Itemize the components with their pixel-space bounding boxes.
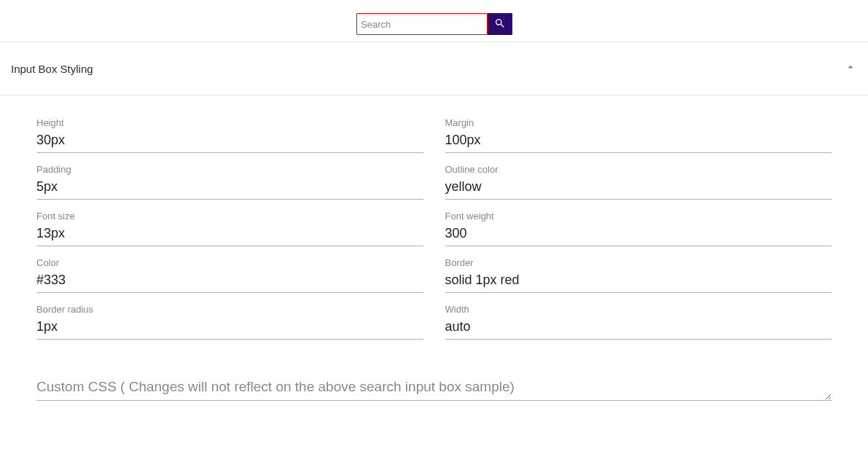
height-label: Height bbox=[36, 117, 423, 128]
top-bar bbox=[0, 0, 868, 42]
panel-title: Input Box Styling bbox=[11, 63, 93, 75]
width-input[interactable] bbox=[445, 316, 832, 340]
color-label: Color bbox=[36, 257, 423, 268]
border-label: Border bbox=[445, 257, 832, 268]
outline-color-label: Outline color bbox=[445, 164, 832, 175]
padding-label: Padding bbox=[36, 164, 423, 175]
margin-label: Margin bbox=[445, 117, 832, 128]
custom-css-textarea[interactable] bbox=[36, 376, 832, 401]
margin-input[interactable] bbox=[445, 130, 832, 153]
outline-color-input[interactable] bbox=[445, 176, 832, 200]
height-input[interactable] bbox=[36, 130, 423, 153]
padding-input[interactable] bbox=[36, 176, 423, 200]
border-radius-input[interactable] bbox=[36, 316, 423, 340]
search-icon bbox=[494, 17, 506, 31]
search-input[interactable] bbox=[356, 13, 488, 35]
font-size-label: Font size bbox=[36, 211, 423, 222]
search-wrap bbox=[356, 13, 512, 35]
font-weight-label: Font weight bbox=[445, 211, 832, 222]
border-input[interactable] bbox=[445, 270, 832, 293]
font-weight-input[interactable] bbox=[445, 223, 832, 246]
color-input[interactable] bbox=[36, 270, 423, 293]
chevron-up-icon bbox=[844, 60, 857, 77]
panel-body: Height Margin Padding Outline color Font… bbox=[0, 95, 868, 411]
search-button[interactable] bbox=[488, 13, 512, 35]
panel-header-input-box-styling[interactable]: Input Box Styling bbox=[0, 42, 868, 95]
font-size-input[interactable] bbox=[36, 223, 423, 246]
width-label: Width bbox=[445, 304, 832, 315]
border-radius-label: Border radius bbox=[36, 304, 423, 315]
